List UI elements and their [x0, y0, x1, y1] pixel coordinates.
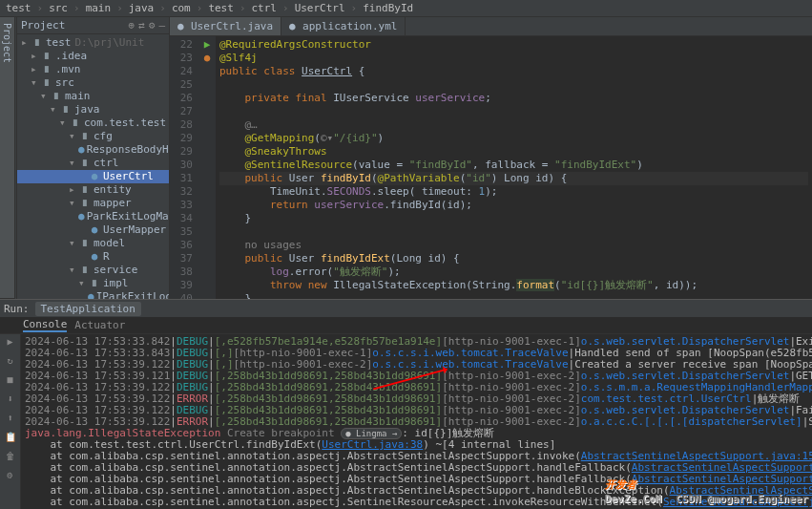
line-number-gutter: 2223242526272829293031323334353637383940…: [170, 36, 198, 299]
settings-icon[interactable]: ⚙: [149, 19, 156, 32]
tree-node[interactable]: ▸∎.mvn: [17, 63, 169, 76]
run-toolbar-button[interactable]: ⬆: [3, 413, 18, 428]
run-toolbar-button[interactable]: ▶: [3, 336, 18, 351]
run-toolbar-button[interactable]: ↻: [3, 355, 18, 371]
tree-node[interactable]: ▾∎main: [17, 90, 169, 103]
watermark: 开发者 DevZe.CoM CSDN @mogard.Engineer: [605, 471, 808, 505]
run-header: Run: TestApplication: [0, 300, 812, 317]
tree-node[interactable]: ▸∎.idea: [17, 50, 169, 63]
breadcrumb-item[interactable]: UserCtrl: [293, 2, 347, 14]
tree-node[interactable]: ●R: [17, 250, 169, 264]
project-header: Project ⊕ ⇄ ⚙ —: [17, 17, 169, 34]
run-toolbar-button[interactable]: ■: [3, 374, 18, 390]
select-opened-icon[interactable]: ⊕: [129, 19, 135, 32]
breadcrumb-item[interactable]: findById: [361, 2, 415, 14]
breadcrumb-item[interactable]: ctrl: [250, 2, 280, 14]
collapse-icon[interactable]: ⇄: [138, 19, 145, 32]
tree-node[interactable]: ●ResponseBodyHandler: [17, 143, 169, 157]
code-editor[interactable]: 2223242526272829293031323334353637383940…: [170, 36, 812, 299]
run-toolbar: ▶↻■⬇⬆📋🗑⚙: [0, 334, 21, 509]
breadcrumb-item[interactable]: java: [127, 2, 156, 14]
tree-node[interactable]: ▾∎com.test.test: [17, 117, 169, 130]
tree-node[interactable]: ▾∎java: [17, 103, 169, 117]
run-toolbar-button[interactable]: 📋: [3, 432, 18, 447]
breadcrumb-bar: test›src›main›java›com›test›ctrl›UserCtr…: [0, 0, 812, 17]
tree-node[interactable]: ▾∎model: [17, 237, 169, 250]
tree-node[interactable]: ●UserCtrl: [17, 170, 169, 183]
run-tab[interactable]: Actuator: [74, 319, 125, 331]
breadcrumb-item[interactable]: main: [84, 2, 114, 14]
tree-node[interactable]: ▾∎service: [17, 264, 169, 277]
run-tab[interactable]: Console: [23, 318, 67, 332]
breadcrumb-item[interactable]: test: [4, 2, 33, 14]
tree-node[interactable]: ●IParkExitLogServiceImpl: [17, 290, 169, 299]
run-tabs: ConsoleActuator: [0, 317, 812, 334]
tree-node[interactable]: ▸∎testD:\prj\Unit: [17, 36, 169, 50]
editor-tab[interactable]: ●UserCtrl.java: [170, 17, 281, 35]
breadcrumb[interactable]: test›src›main›java›com›test›ctrl›UserCtr…: [4, 2, 415, 14]
hide-icon[interactable]: —: [158, 19, 165, 32]
project-view-title[interactable]: Project: [21, 19, 129, 32]
editor-tab-bar: ●UserCtrl.java●application.yml: [170, 17, 812, 36]
project-panel: Project ⊕ ⇄ ⚙ — ▸∎testD:\prj\Unit▸∎.idea…: [17, 17, 170, 299]
tree-node[interactable]: ▾∎ctrl: [17, 157, 169, 170]
breadcrumb-item[interactable]: com: [170, 2, 193, 14]
left-tool-gutter: Project: [0, 17, 17, 299]
tree-node[interactable]: ●ParkExitLogMapper: [17, 210, 169, 223]
run-config-name[interactable]: TestApplication: [35, 302, 141, 316]
editor-tab[interactable]: ●application.yml: [281, 17, 406, 35]
tree-node[interactable]: ▾∎impl: [17, 277, 169, 290]
tree-node[interactable]: ▾∎mapper: [17, 197, 169, 210]
project-tool-tab[interactable]: Project: [0, 17, 15, 299]
code-content[interactable]: @RequiredArgsConstructor@Slf4jpublic cla…: [216, 36, 812, 299]
tree-node[interactable]: ●UserMapper: [17, 223, 169, 237]
project-tree[interactable]: ▸∎testD:\prj\Unit▸∎.idea▸∎.mvn▾∎src▾∎mai…: [17, 34, 169, 299]
tree-node[interactable]: ▸∎entity: [17, 183, 169, 197]
gutter-icons: ▶●: [198, 36, 216, 299]
run-toolbar-button[interactable]: ⬇: [3, 393, 18, 409]
tree-node[interactable]: ▾∎src: [17, 76, 169, 90]
run-label: Run:: [4, 303, 30, 315]
breadcrumb-item[interactable]: src: [47, 2, 70, 14]
run-toolbar-button[interactable]: ⚙: [3, 470, 18, 485]
tree-node[interactable]: ▾∎cfg: [17, 130, 169, 143]
breadcrumb-item[interactable]: test: [206, 2, 236, 14]
run-toolbar-button[interactable]: 🗑: [3, 451, 18, 466]
editor-area: ●UserCtrl.java●application.yml 222324252…: [170, 17, 812, 299]
